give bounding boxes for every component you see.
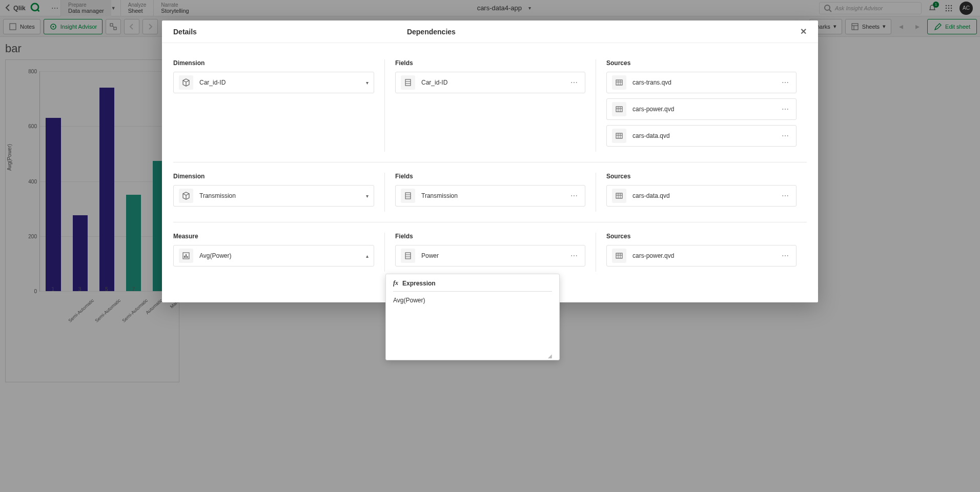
modal-header: Details Dependencies ✕: [162, 20, 818, 43]
svg-rect-23: [616, 193, 622, 198]
dep-col-sources: Sources cars-trans.qvd ⋯ cars-power.qvd …: [596, 59, 807, 152]
field-icon: [401, 249, 415, 263]
dim-icon: [179, 189, 193, 203]
chevron-up-icon[interactable]: ▴: [366, 253, 369, 259]
dep-card-label: Car_id-ID: [199, 79, 360, 86]
dep-card-label: cars-power.qvd: [632, 106, 773, 113]
dep-section: Dimension Transmission ▾ Fields Transmis…: [173, 162, 807, 222]
src-icon: [612, 189, 626, 203]
more-icon[interactable]: ⋯: [780, 105, 791, 113]
modal-overlay[interactable]: Details Dependencies ✕ Dimension Car_id-…: [0, 0, 980, 492]
dep-card-src[interactable]: cars-data.qvd ⋯: [606, 125, 797, 147]
src-icon: [612, 75, 626, 90]
modal-close-icon[interactable]: ✕: [800, 27, 807, 36]
dep-card-meas[interactable]: Avg(Power) ▴: [173, 245, 374, 266]
dep-card-src[interactable]: cars-trans.qvd ⋯: [606, 72, 797, 93]
dep-card-field[interactable]: Transmission ⋯: [395, 185, 585, 207]
dep-col-header: Dimension: [173, 173, 374, 180]
more-icon[interactable]: ⋯: [780, 252, 791, 260]
dep-card-field[interactable]: Power ⋯: [395, 245, 585, 266]
dep-col-fields: Fields Transmission ⋯: [384, 173, 596, 212]
svg-rect-27: [187, 256, 188, 258]
dep-card-label: Car_id-ID: [421, 79, 562, 86]
svg-rect-18: [405, 79, 411, 86]
dep-col-fields: Fields Car_id-ID ⋯: [384, 59, 596, 152]
svg-rect-28: [405, 253, 411, 259]
src-icon: [612, 129, 626, 143]
fx-icon: fx: [393, 279, 398, 287]
dep-card-label: Transmission: [421, 192, 562, 199]
dep-col-header: Dimension: [173, 59, 374, 67]
svg-rect-20: [616, 107, 622, 112]
meas-icon: [179, 249, 193, 263]
field-icon: [401, 189, 415, 203]
dep-card-src[interactable]: cars-power.qvd ⋯: [606, 98, 797, 120]
dep-col-fields: Fields Power ⋯: [384, 233, 596, 272]
modal-body: Dimension Car_id-ID ▾ Fields Car_id-ID ⋯…: [162, 43, 818, 282]
more-icon[interactable]: ⋯: [780, 192, 791, 200]
dep-col-header: Sources: [606, 173, 797, 180]
dep-col-header: Fields: [395, 233, 585, 240]
field-icon: [401, 75, 415, 90]
dep-card-dim[interactable]: Car_id-ID ▾: [173, 72, 374, 93]
dep-card-label: cars-data.qvd: [632, 132, 773, 139]
dep-col-left: Dimension Transmission ▾: [173, 173, 384, 212]
modal-deps-title: Dependencies: [407, 28, 456, 36]
svg-rect-25: [184, 256, 185, 258]
dep-col-header: Sources: [606, 59, 797, 67]
more-icon[interactable]: ⋯: [568, 252, 580, 260]
resize-handle-icon[interactable]: ◢: [393, 353, 552, 360]
svg-rect-22: [405, 193, 411, 199]
more-icon[interactable]: ⋯: [568, 192, 580, 200]
src-icon: [612, 249, 626, 263]
dep-section: Measure Avg(Power) ▴ Fields Power ⋯ Sour…: [173, 222, 807, 282]
modal-details-title: Details: [173, 28, 197, 36]
dep-col-sources: Sources cars-power.qvd ⋯: [596, 233, 807, 272]
dep-card-src[interactable]: cars-power.qvd ⋯: [606, 245, 797, 266]
chevron-down-icon[interactable]: ▾: [366, 193, 369, 199]
dep-col-sources: Sources cars-data.qvd ⋯: [596, 173, 807, 212]
svg-rect-19: [616, 80, 622, 85]
src-icon: [612, 102, 626, 116]
dep-card-label: cars-trans.qvd: [632, 79, 773, 86]
dep-card-label: Power: [421, 252, 562, 259]
dep-card-label: cars-power.qvd: [632, 252, 773, 259]
expression-title: Expression: [402, 280, 436, 287]
dep-card-label: Avg(Power): [199, 252, 360, 259]
dim-icon: [179, 75, 193, 90]
dep-card-dim[interactable]: Transmission ▾: [173, 185, 374, 207]
dep-col-header: Fields: [395, 59, 585, 67]
dep-section: Dimension Car_id-ID ▾ Fields Car_id-ID ⋯…: [173, 49, 807, 162]
dep-col-header: Fields: [395, 173, 585, 180]
dep-col-header: Sources: [606, 233, 797, 240]
more-icon[interactable]: ⋯: [780, 78, 791, 87]
expression-popover: fx Expression Avg(Power) ◢: [385, 274, 560, 360]
dependencies-modal: Details Dependencies ✕ Dimension Car_id-…: [162, 20, 818, 302]
svg-rect-29: [616, 253, 622, 258]
svg-rect-21: [616, 133, 622, 138]
more-icon[interactable]: ⋯: [568, 78, 580, 87]
dep-card-label: Transmission: [199, 192, 360, 199]
more-icon[interactable]: ⋯: [780, 132, 791, 140]
dep-col-header: Measure: [173, 233, 374, 240]
dep-card-field[interactable]: Car_id-ID ⋯: [395, 72, 585, 93]
dep-col-left: Measure Avg(Power) ▴: [173, 233, 384, 272]
expression-body: Avg(Power): [393, 292, 552, 353]
svg-rect-26: [186, 254, 187, 258]
dep-card-label: cars-data.qvd: [632, 192, 773, 199]
chevron-down-icon[interactable]: ▾: [366, 80, 369, 86]
dep-col-left: Dimension Car_id-ID ▾: [173, 59, 384, 152]
dep-card-src[interactable]: cars-data.qvd ⋯: [606, 185, 797, 207]
